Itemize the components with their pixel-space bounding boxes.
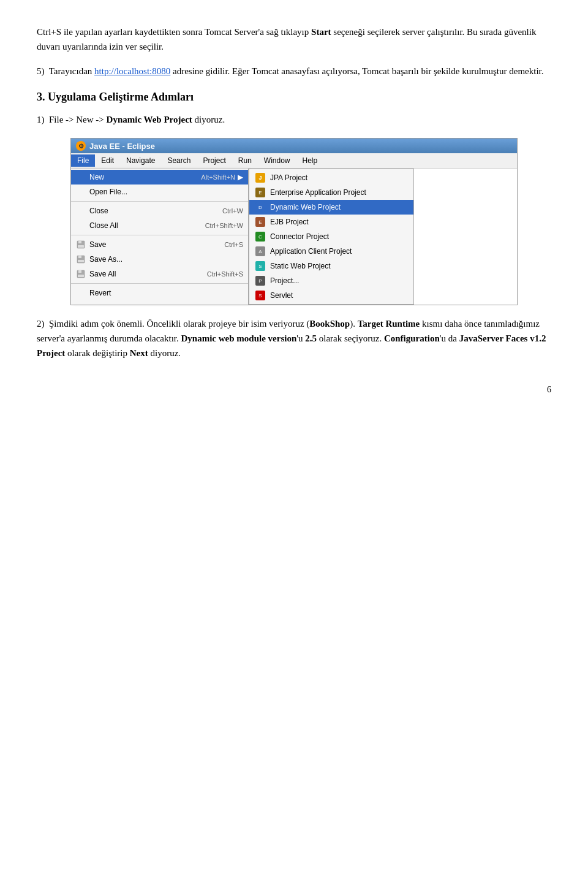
localhost-link[interactable]: http://localhost:8080 — [94, 66, 170, 76]
revert-blank-icon — [76, 288, 86, 298]
page-number: 6 — [37, 385, 551, 395]
item2-mid: ). — [350, 319, 358, 329]
dwp-icon: D — [255, 202, 265, 212]
svg-rect-4 — [78, 256, 81, 258]
swp-icon: S — [255, 261, 265, 271]
submenu-app[interactable]: A Application Client Project — [249, 244, 413, 259]
menu-help[interactable]: Help — [296, 154, 324, 167]
eclipse-screenshot: ⚙ Java EE - Eclipse File Edit Navigate S… — [70, 138, 518, 305]
dropdown-save-all[interactable]: Save All Ctrl+Shift+S — [71, 267, 248, 281]
item2-pre: 2) Şimdiki adım çok önemli. Öncelikli ol… — [37, 319, 309, 329]
paragraph-4: Ctrl+S ile yapılan ayarları kaydettikten… — [37, 25, 551, 54]
item2-bold3: Dynamic web module version — [181, 333, 297, 343]
save-icon — [76, 240, 86, 249]
open-icon — [76, 187, 86, 197]
eclipse-menubar[interactable]: File Edit Navigate Search Project Run Wi… — [71, 153, 517, 169]
item2-bold4: 2.5 — [305, 333, 317, 343]
eclipse-titlebar: ⚙ Java EE - Eclipse — [71, 139, 517, 153]
app-icon: A — [255, 246, 265, 256]
eclipse-gear-icon: ⚙ — [76, 141, 86, 151]
svg-rect-5 — [78, 260, 84, 262]
save-as-icon — [76, 254, 86, 264]
item1-pre: 1) File -> New -> — [37, 115, 107, 124]
dropdown-new[interactable]: New Alt+Shift+N ▶ — [71, 170, 248, 185]
menu-navigate[interactable]: Navigate — [120, 154, 161, 167]
submenu-prj[interactable]: P Project... — [249, 273, 413, 288]
item2-bold: BookShop — [309, 319, 350, 329]
item2-bold5: Configuration — [384, 333, 440, 343]
item-2: 2) Şimdiki adım çok önemli. Öncelikli ol… — [37, 316, 551, 360]
menu-window[interactable]: Window — [258, 154, 296, 167]
p4-bold1: Start — [311, 27, 331, 37]
item2-bold7: Next — [130, 348, 148, 358]
item2-mid5: 'u da — [440, 333, 459, 343]
file-dropdown: New Alt+Shift+N ▶ Open File... Close Ctr… — [71, 169, 249, 305]
menu-edit[interactable]: Edit — [95, 154, 120, 167]
svl-icon: S — [255, 291, 265, 300]
svg-rect-7 — [78, 270, 81, 273]
item2-mid6: olarak değiştirip — [65, 348, 129, 358]
section-3-heading: 3. Uygulama Geliştirme Adımları — [37, 91, 551, 104]
eclipse-title: Java EE - Eclipse — [89, 142, 155, 151]
eclipse-dropdown-area: New Alt+Shift+N ▶ Open File... Close Ctr… — [71, 169, 517, 305]
ejb-icon: E — [255, 217, 265, 227]
dropdown-save-as[interactable]: Save As... — [71, 252, 248, 267]
dropdown-save[interactable]: Save Ctrl+S — [71, 237, 248, 252]
menu-project[interactable]: Project — [197, 154, 232, 167]
right-submenu: J JPA Project E Enterprise Application P… — [249, 169, 414, 305]
submenu-jpa[interactable]: J JPA Project — [249, 170, 413, 185]
item2-mid3: 'u — [296, 333, 305, 343]
save-all-icon — [76, 269, 86, 279]
sep-1 — [71, 201, 248, 202]
svg-rect-2 — [78, 245, 84, 248]
dropdown-open-file[interactable]: Open File... — [71, 185, 248, 199]
close-all-blank-icon — [76, 221, 86, 230]
item2-end: diyoruz. — [148, 348, 181, 358]
submenu-con[interactable]: C Connector Project — [249, 229, 413, 244]
dropdown-close[interactable]: Close Ctrl+W — [71, 204, 248, 218]
submenu-ejb[interactable]: E EJB Project — [249, 215, 413, 229]
p4-text: Ctrl+S ile yapılan ayarları kaydettikten… — [37, 27, 311, 37]
con-icon: C — [255, 232, 265, 242]
submenu-ear[interactable]: E Enterprise Application Project — [249, 185, 413, 200]
item-1: 1) File -> New -> Dynamic Web Project di… — [37, 112, 551, 127]
p5-post: adresine gidilir. Eğer Tomcat anasayfası… — [170, 66, 543, 76]
item1-post: diyoruz. — [192, 115, 225, 124]
submenu-swp[interactable]: S Static Web Project — [249, 259, 413, 273]
jpa-icon: J — [255, 173, 265, 183]
submenu-svl[interactable]: S Servlet — [249, 288, 413, 303]
ear-icon: E — [255, 188, 265, 197]
item2-bold2: Target Runtime — [358, 319, 420, 329]
item2-mid4: olarak seçiyoruz. — [317, 333, 384, 343]
sep-3 — [71, 283, 248, 284]
menu-file[interactable]: File — [71, 154, 95, 167]
prj-icon: P — [255, 276, 265, 286]
new-icon — [76, 172, 86, 182]
svg-rect-1 — [78, 241, 81, 243]
dropdown-close-all[interactable]: Close All Ctrl+Shift+W — [71, 218, 248, 233]
svg-rect-8 — [78, 275, 84, 277]
item1-bold: Dynamic Web Project — [107, 115, 192, 124]
p5-pre: 5) Tarayıcıdan — [37, 66, 94, 76]
paragraph-5: 5) Tarayıcıdan http://localhost:8080 adr… — [37, 64, 551, 78]
sep-2 — [71, 235, 248, 235]
close-blank-icon — [76, 206, 86, 216]
submenu-dwp[interactable]: D Dynamic Web Project — [249, 200, 413, 215]
menu-run[interactable]: Run — [232, 154, 258, 167]
menu-search[interactable]: Search — [161, 154, 197, 167]
dropdown-revert[interactable]: Revert — [71, 286, 248, 300]
